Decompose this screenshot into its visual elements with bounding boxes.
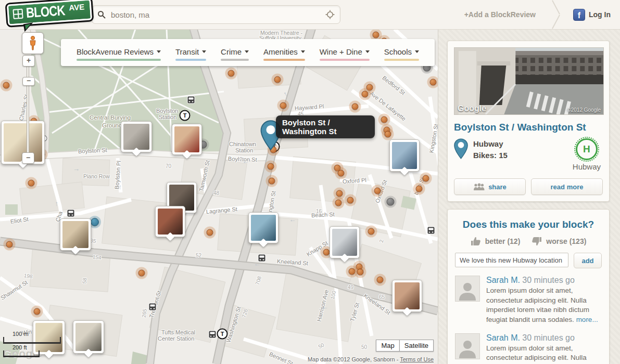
review-marker[interactable] bbox=[377, 277, 384, 283]
photo-marker[interactable] bbox=[330, 226, 360, 258]
pegman-control[interactable] bbox=[22, 32, 44, 54]
scale-imperial-bar bbox=[3, 350, 40, 357]
review-marker[interactable] bbox=[336, 190, 343, 197]
review-marker[interactable] bbox=[357, 269, 364, 276]
review-marker[interactable] bbox=[352, 103, 359, 110]
review-marker[interactable] bbox=[416, 186, 423, 192]
review-marker[interactable] bbox=[349, 268, 356, 275]
photo-marker[interactable] bbox=[392, 280, 422, 312]
review-marker[interactable] bbox=[362, 91, 369, 98]
tab-label: BlockAvenue Reviews bbox=[77, 47, 154, 56]
comment-input[interactable] bbox=[455, 253, 568, 267]
review-marker[interactable] bbox=[268, 163, 274, 170]
basemap bbox=[0, 29, 438, 364]
worse-vote-label[interactable]: worse (123) bbox=[546, 237, 586, 245]
block-vote-card: Does this make your block? better (12) w… bbox=[447, 209, 610, 364]
photo-marker[interactable] bbox=[389, 139, 420, 172]
reviewer-name[interactable]: Sarah M. bbox=[486, 333, 522, 342]
card-buttons: share read more bbox=[454, 178, 603, 195]
review-marker[interactable] bbox=[6, 241, 13, 248]
photo-marker[interactable] bbox=[73, 320, 104, 354]
tab-crime[interactable]: Crime bbox=[221, 47, 249, 61]
t-station-icon[interactable]: T bbox=[180, 110, 191, 121]
transit-marker[interactable] bbox=[91, 218, 99, 226]
search-input[interactable] bbox=[110, 10, 321, 20]
review-body: Sarah M. 30 minutes goLorem ipsum dolor … bbox=[486, 276, 602, 325]
review-marker[interactable] bbox=[207, 229, 213, 236]
photo-thumbnail bbox=[251, 215, 276, 241]
avatar bbox=[455, 333, 480, 359]
tab-amenities[interactable]: Amenities bbox=[263, 47, 305, 61]
location-tooltip[interactable]: Boylston St / Washington St bbox=[276, 115, 375, 138]
reviewer-name[interactable]: Sarah M. bbox=[486, 276, 522, 284]
terms-of-use-link[interactable]: Terms of Use bbox=[400, 356, 434, 362]
map-type-satellite-button[interactable]: Satellite bbox=[399, 340, 434, 352]
review-marker[interactable] bbox=[373, 32, 379, 38]
tab-underline bbox=[221, 59, 249, 61]
photo-thumbnail bbox=[395, 282, 420, 309]
review-marker[interactable] bbox=[335, 200, 342, 206]
map-scale: 100 m 200 ft bbox=[3, 331, 61, 357]
review-marker[interactable] bbox=[34, 308, 41, 315]
review-marker[interactable] bbox=[138, 270, 145, 277]
zoom-out-button[interactable]: − bbox=[22, 152, 34, 164]
tab-schools[interactable]: Schools bbox=[384, 47, 419, 61]
hubway-brand-name: Hubway bbox=[573, 162, 601, 171]
review-marker[interactable] bbox=[368, 228, 375, 235]
review-marker[interactable] bbox=[323, 249, 330, 256]
photo-marker[interactable] bbox=[172, 124, 202, 155]
add-comment-button[interactable]: add bbox=[574, 253, 602, 268]
review-marker[interactable] bbox=[347, 197, 354, 204]
review-marker[interactable] bbox=[338, 170, 345, 177]
review-marker[interactable] bbox=[385, 131, 391, 138]
chevron-down-icon bbox=[202, 50, 206, 53]
inactive-marker[interactable] bbox=[387, 198, 395, 206]
tab-transit[interactable]: Transit bbox=[175, 47, 206, 61]
zoom-slider-handle[interactable]: − bbox=[22, 77, 35, 86]
better-vote-label[interactable]: better (12) bbox=[485, 237, 521, 245]
review-marker[interactable] bbox=[228, 70, 235, 77]
photo-marker[interactable] bbox=[155, 206, 185, 237]
tab-blockavenue-reviews[interactable]: BlockAvenue Reviews bbox=[77, 47, 161, 61]
zoom-in-button[interactable]: + bbox=[22, 55, 35, 67]
blockave-logo[interactable]: BLOCK AVE bbox=[7, 0, 92, 26]
review-marker[interactable] bbox=[3, 82, 10, 89]
thumbs-down-icon[interactable] bbox=[532, 237, 542, 246]
thumbs-up-icon[interactable] bbox=[471, 237, 481, 246]
chevron-divider bbox=[549, 0, 565, 29]
review-marker[interactable] bbox=[374, 188, 381, 194]
person-icon bbox=[457, 337, 478, 359]
add-blockreview-link[interactable]: +Add a BlockReview bbox=[464, 10, 536, 19]
hubway-pin-icon bbox=[454, 138, 468, 159]
photo-marker[interactable] bbox=[248, 212, 279, 243]
map-canvas[interactable]: Modern Theatre -Suffolk UniversityCharle… bbox=[0, 29, 438, 364]
read-more-button[interactable]: read more bbox=[531, 178, 603, 195]
tab-underline bbox=[263, 59, 305, 61]
more-link[interactable]: more... bbox=[576, 316, 598, 323]
share-button[interactable]: share bbox=[454, 178, 526, 195]
map-label: 52 bbox=[196, 253, 201, 258]
photo-marker[interactable] bbox=[60, 218, 91, 251]
review-marker[interactable] bbox=[430, 79, 437, 86]
chevron-down-icon bbox=[157, 50, 161, 53]
oneway-arrow-icon: → bbox=[52, 201, 59, 207]
tab-wine-dine[interactable]: Wine + Dine bbox=[320, 47, 370, 61]
oneway-arrow-icon: → bbox=[73, 165, 80, 172]
review-marker[interactable] bbox=[28, 180, 35, 187]
review-marker[interactable] bbox=[274, 76, 281, 83]
photo-marker[interactable] bbox=[121, 121, 152, 152]
review-marker[interactable] bbox=[381, 116, 388, 123]
review-marker[interactable] bbox=[269, 178, 275, 185]
street-view-image[interactable]: Google ©2012 Google bbox=[454, 47, 604, 115]
review-marker[interactable] bbox=[280, 102, 287, 109]
reviews-list: Sarah M. 30 minutes goLorem ipsum dolor … bbox=[455, 276, 602, 364]
t-station-icon[interactable]: T bbox=[217, 329, 228, 340]
facebook-login-button[interactable]: f Log In bbox=[573, 9, 611, 21]
geolocate-icon[interactable] bbox=[325, 10, 335, 19]
review-marker[interactable] bbox=[423, 175, 429, 182]
bus-stop-icon bbox=[149, 303, 157, 311]
oneway-arrow-icon: → bbox=[116, 184, 122, 191]
review-marker[interactable] bbox=[366, 84, 373, 91]
map-type-map-button[interactable]: Map bbox=[376, 340, 399, 352]
vote-row: better (12) worse (123) bbox=[455, 237, 602, 246]
